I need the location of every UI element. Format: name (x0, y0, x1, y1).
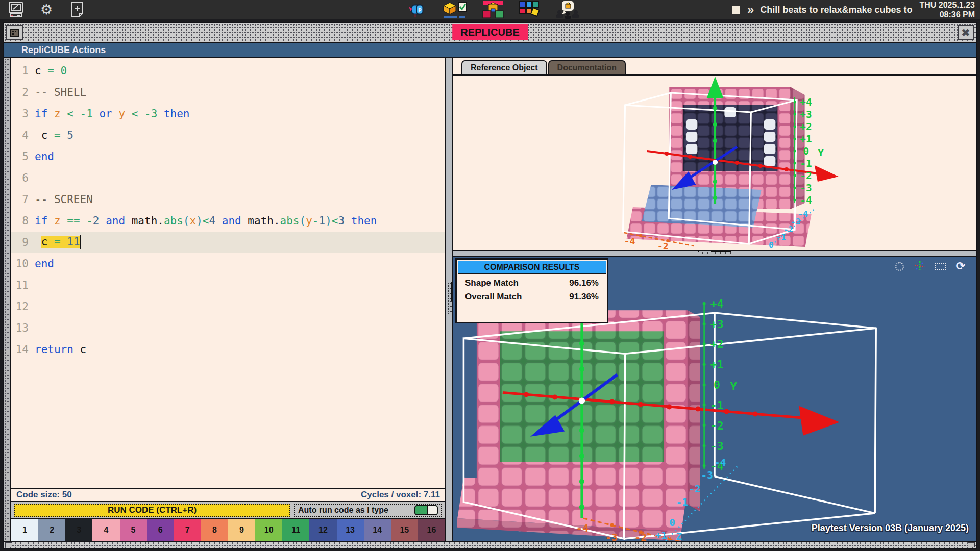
horizontal-splitter[interactable] (453, 250, 976, 257)
color-palette: 12345678910111213141516 (11, 518, 445, 541)
tab-documentation[interactable]: Documentation (548, 60, 626, 74)
svg-text:-3: -3 (710, 440, 724, 453)
svg-text:-2: -2 (634, 531, 647, 541)
palette-swatch-5[interactable]: 5 (120, 519, 147, 541)
community-icon[interactable] (555, 1, 580, 18)
code-line-10[interactable]: 10end (11, 253, 445, 274)
code-line-13[interactable]: 13 (11, 317, 445, 339)
code-size-label: Code size: 50 (16, 490, 72, 500)
computer-icon[interactable] (7, 1, 24, 18)
palette-swatch-3[interactable]: 3 (65, 519, 92, 541)
palette-swatch-10[interactable]: 10 (255, 519, 282, 541)
close-icon[interactable]: ✖ (958, 25, 974, 40)
line-number: 9 (11, 236, 35, 248)
code-line-4[interactable]: 4 c = 5 (11, 124, 445, 146)
palette-swatch-11[interactable]: 11 (282, 519, 309, 541)
line-number: 2 (11, 86, 35, 98)
code-line-6[interactable]: 6 (11, 167, 445, 189)
palette-swatch-8[interactable]: 8 (201, 519, 228, 541)
code-line-12[interactable]: 12 (11, 296, 445, 317)
svg-text:-4: -4 (624, 236, 635, 246)
palette-swatch-9[interactable]: 9 (228, 519, 255, 541)
comparison-title: COMPARISON RESULTS (458, 261, 606, 274)
svg-text:P: P (418, 7, 422, 14)
code-editor[interactable]: 1c = 02-- SHELL3if z < -1 or y < -3 then… (11, 58, 445, 488)
autorun-toggle[interactable] (414, 505, 438, 515)
svg-text:+4: +4 (710, 297, 724, 310)
svg-text:-2: -2 (710, 419, 724, 432)
clock-time: 08:36 PM (919, 10, 975, 19)
bottom-scroll-strip[interactable] (4, 541, 976, 548)
autorun-label: Auto run code as I type (298, 506, 388, 515)
toggle-knob (427, 506, 437, 514)
vertical-splitter[interactable] (446, 58, 453, 541)
svg-text:-3: -3 (605, 531, 618, 541)
code-line-14[interactable]: 14return c (11, 339, 445, 360)
palette-swatch-14[interactable]: 14 (364, 519, 391, 541)
code-editor-panel: 1c = 02-- SHELL3if z < -1 or y < -3 then… (11, 58, 446, 541)
code-line-7[interactable]: 7-- SCREEN (11, 189, 445, 210)
overall-match-label: Overall Match (465, 292, 522, 302)
view-controls: ⟳ (893, 261, 967, 272)
palette-swatch-4[interactable]: 4 (92, 519, 119, 541)
window-title: REPLICUBE (452, 24, 528, 40)
palette-swatch-6[interactable]: 6 (147, 519, 174, 541)
palette-swatch-13[interactable]: 13 (337, 519, 364, 541)
trophy-cubes-icon[interactable] (482, 1, 504, 18)
replicube-window: REPLICUBE ✖ RepliCUBE Actions 1c = 02-- … (3, 22, 977, 549)
window-menu-icon[interactable] (6, 25, 23, 40)
palette-swatch-2[interactable]: 2 (38, 519, 65, 541)
code-line-11[interactable]: 11 (11, 274, 445, 296)
line-number: 1 (11, 65, 35, 77)
build-z-axis-label: Z (676, 531, 682, 541)
palette-swatch-15[interactable]: 15 (391, 519, 418, 541)
splitter-grip[interactable] (447, 282, 452, 314)
splitter-grip[interactable] (698, 251, 731, 255)
music-skip-icon[interactable]: » (747, 3, 753, 17)
code-line-8[interactable]: 8if z == -2 and math.abs(x)<4 and math.a… (11, 210, 445, 232)
mailbox-icon[interactable]: P (408, 1, 426, 18)
line-number: 14 (11, 343, 35, 356)
palette-swatch-12[interactable]: 12 (309, 519, 336, 541)
window-titlebar[interactable]: REPLICUBE ✖ (4, 23, 976, 43)
code-line-2[interactable]: 2-- SHELL (11, 82, 445, 103)
clock: THU 2025.1.23 08:36 PM (919, 0, 975, 19)
left-scroll-strip[interactable] (4, 58, 11, 541)
palette-swatch-7[interactable]: 7 (174, 519, 201, 541)
svg-text:+3: +3 (800, 109, 812, 120)
editor-status-bar: Code size: 50 Cycles / voxel: 7.11 (11, 488, 445, 501)
svg-text:0: 0 (803, 145, 809, 157)
cycles-per-voxel-label: Cycles / voxel: 7.11 (361, 490, 440, 500)
editor-controls: RUN CODE (CTRL+R) Auto run code as I typ… (11, 501, 445, 518)
bounds-toggle-icon[interactable] (934, 261, 946, 272)
wireframe-toggle-icon[interactable] (893, 261, 905, 272)
svg-text:-1: -1 (800, 158, 812, 169)
panel-header-title: RepliCUBE Actions (21, 45, 106, 56)
new-file-icon[interactable] (68, 1, 86, 18)
svg-text:+2: +2 (710, 338, 724, 351)
reference-3d-view[interactable]: +4+3 +2+1 0-1 -2-3 -4 Y -4 -2 (453, 76, 976, 250)
daily-progress-icon[interactable] (440, 1, 468, 18)
code-line-3[interactable]: 3if z < -1 or y < -3 then (11, 103, 445, 124)
svg-text:+1: +1 (710, 359, 724, 371)
svg-text:+1: +1 (655, 530, 667, 541)
music-track-title: Chill beats to relax&make cubes to (760, 5, 912, 15)
code-line-9[interactable]: 9 c = 11 (11, 232, 445, 253)
code-line-1[interactable]: 1c = 0 (11, 60, 445, 82)
run-code-button[interactable]: RUN CODE (CTRL+R) (14, 504, 290, 517)
svg-text:-3: -3 (800, 182, 812, 194)
palette-swatch-16[interactable]: 16 (418, 519, 445, 541)
scroll-corner-right (968, 542, 975, 547)
tab-reference-object[interactable]: Reference Object (461, 60, 547, 74)
settings-gear-icon[interactable]: ⚙ (38, 1, 55, 18)
svg-text:-2: -2 (657, 241, 669, 250)
tab-bar: Reference Object Documentation (453, 58, 976, 76)
music-stop-icon[interactable] (732, 6, 740, 14)
palette-swatch-1[interactable]: 1 (11, 519, 38, 541)
reset-rotation-icon[interactable]: ⟳ (954, 261, 967, 272)
levels-grid-icon[interactable] (519, 1, 541, 18)
code-line-5[interactable]: 5end (11, 146, 445, 167)
ref-y-axis-label: Y (818, 146, 824, 159)
comparison-results-box: COMPARISON RESULTS Shape Match 96.16% Ov… (455, 258, 608, 323)
axes-toggle-icon[interactable] (914, 261, 926, 272)
